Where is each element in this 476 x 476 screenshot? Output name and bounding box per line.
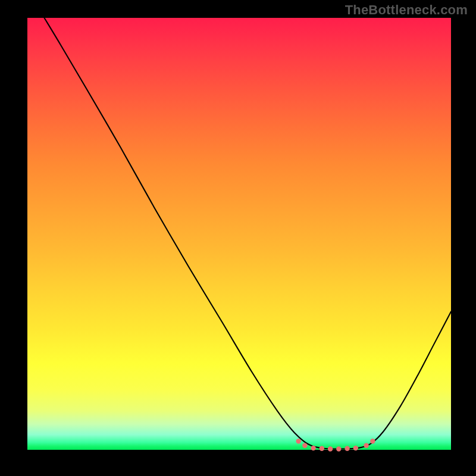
min-marker	[302, 443, 307, 448]
min-marker	[311, 446, 315, 450]
min-marker	[320, 446, 324, 451]
min-marker	[328, 446, 333, 451]
watermark-label: TheBottleneck.com	[345, 2, 468, 18]
min-marker	[370, 439, 375, 443]
min-marker	[353, 446, 358, 450]
curve-svg	[27, 18, 451, 450]
min-marker	[296, 439, 300, 443]
min-marker	[336, 446, 341, 451]
min-marker	[364, 443, 368, 448]
chart-frame: TheBottleneck.com	[0, 0, 476, 476]
min-marker	[345, 446, 349, 451]
bottleneck-curve	[44, 18, 451, 449]
plot-area	[27, 18, 451, 450]
